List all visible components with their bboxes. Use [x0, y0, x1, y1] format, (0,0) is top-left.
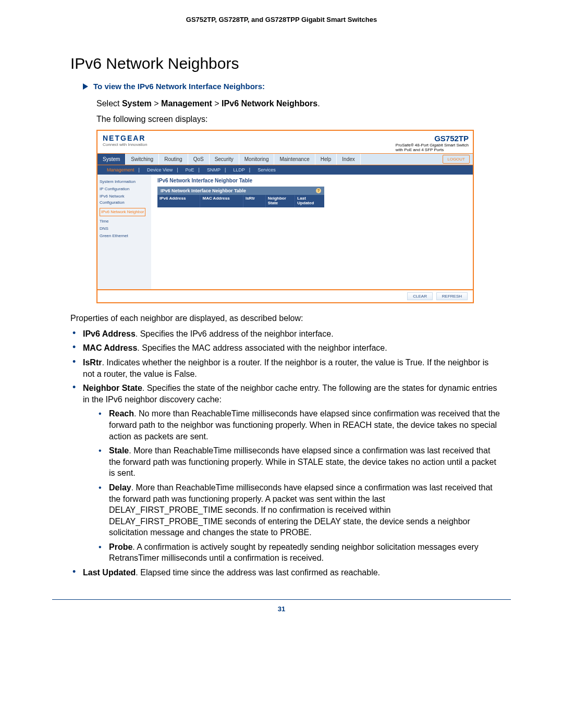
- procedure-title: To view the IPv6 Network Interface Neigh…: [93, 82, 265, 91]
- path-management: Management: [161, 99, 212, 108]
- refresh-button[interactable]: REFRESH: [436, 292, 468, 300]
- th-mac: MAC Address: [200, 195, 243, 207]
- netgear-logo: NETGEAR: [103, 134, 147, 142]
- tab-system[interactable]: System: [97, 154, 126, 165]
- term: Probe: [109, 542, 132, 551]
- th-isrtr: IsRtr: [243, 195, 266, 207]
- arrow-right-icon: [83, 83, 88, 90]
- clear-button[interactable]: CLEAR: [407, 292, 433, 300]
- page-number: 31: [0, 605, 563, 613]
- tab-monitoring[interactable]: Monitoring: [239, 154, 275, 165]
- select-instruction: Select System > Management > IPv6 Networ…: [96, 98, 500, 109]
- tab-help[interactable]: Help: [315, 154, 337, 165]
- desc: . Specifies the state of the neighbor ca…: [83, 384, 497, 404]
- term: Stale: [109, 446, 129, 455]
- desc: . Specifies the MAC address associated w…: [137, 343, 387, 352]
- term: Last Updated: [83, 568, 136, 577]
- sidebar-item-time[interactable]: Time: [100, 218, 149, 225]
- sub-delay: Delay. More than ReachableTime milliseco…: [97, 482, 500, 538]
- term: IPv6 Address: [83, 329, 136, 338]
- following-text: The following screen displays:: [96, 114, 500, 125]
- desc: . More than ReachableTime milliseconds h…: [109, 483, 493, 537]
- page-header: GS752TP, GS728TP, and GS728TPP Gigabit S…: [0, 16, 563, 23]
- help-icon[interactable]: ?: [316, 188, 321, 193]
- sidebar-item-ipv6neighbor[interactable]: IPv6 Network Neighbor: [100, 208, 145, 216]
- properties-intro: Properties of each neighbor are displaye…: [70, 313, 500, 324]
- main-tabs: System Switching Routing QoS Security Mo…: [97, 154, 473, 165]
- model-sub1: ProSafe® 48-Port Gigabit Smart Switch: [396, 143, 469, 147]
- sidebar: System Information IP Configuration IPv6…: [97, 175, 151, 289]
- th-updated: Last Updated: [295, 195, 324, 207]
- bullet-last-updated: Last Updated. Elapsed time since the add…: [70, 567, 500, 578]
- term: Neighbor State: [83, 384, 142, 392]
- logo-subtitle: Connect with Innovation: [103, 142, 147, 147]
- tab-index[interactable]: Index: [337, 154, 360, 165]
- sub-tabs: Management Device View PoE SNMP LLDP Ser…: [97, 165, 473, 175]
- desc: . No more than ReachableTime millisecond…: [109, 409, 500, 440]
- subtab-services[interactable]: Services: [255, 167, 282, 173]
- tab-security[interactable]: Security: [210, 154, 239, 165]
- footer-rule: [52, 599, 511, 600]
- subtab-poe[interactable]: PoE: [183, 167, 202, 173]
- path-ipv6nn: IPv6 Network Neighbors: [222, 99, 317, 108]
- path-system: System: [122, 99, 152, 108]
- sidebar-item-ipv6config[interactable]: IPv6 Network Configuration: [100, 193, 149, 206]
- sub-reach: Reach. No more than ReachableTime millis…: [97, 408, 500, 442]
- desc: . Elapsed time since the address was las…: [136, 568, 380, 577]
- sep: >: [212, 99, 222, 108]
- sidebar-item-green[interactable]: Green Ethernet: [100, 233, 149, 239]
- tab-maintenance[interactable]: Maintenance: [274, 154, 315, 165]
- subtab-snmp[interactable]: SNMP: [205, 167, 228, 173]
- th-ipv6: IPv6 Address: [157, 195, 200, 207]
- tab-switching[interactable]: Switching: [126, 154, 159, 165]
- sidebar-item-ipconfig[interactable]: IP Configuration: [100, 186, 149, 192]
- bullet-neighbor-state: Neighbor State. Specifies the state of t…: [70, 382, 500, 564]
- term: IsRtr: [83, 358, 102, 367]
- sidebar-item-sysinfo[interactable]: System Information: [100, 179, 149, 185]
- sub-stale: Stale. More than ReachableTime milliseco…: [97, 445, 500, 479]
- sep: >: [152, 99, 161, 108]
- model-label: GS752TP: [396, 134, 469, 143]
- subtab-device-view[interactable]: Device View: [145, 167, 180, 173]
- subtab-management[interactable]: Management: [105, 167, 142, 173]
- model-sub2: with PoE and 4 SFP Ports: [396, 147, 469, 152]
- desc: . A confirmation is actively sought by r…: [109, 542, 479, 563]
- table-header-row: IPv6 Address MAC Address IsRtr Neighbor …: [157, 195, 324, 207]
- section-heading: IPv6 Network Neighbors: [70, 55, 500, 72]
- main-title: IPv6 Network Interface Neighbor Table: [157, 178, 467, 183]
- text: Select: [96, 99, 122, 108]
- logout-button[interactable]: LOGOUT: [443, 155, 470, 164]
- term: Delay: [109, 483, 131, 492]
- sidebar-item-dns[interactable]: DNS: [100, 226, 149, 232]
- panel-title: IPv6 Network Interface Neighbor Table: [161, 188, 246, 193]
- sub-probe: Probe. A confirmation is actively sought…: [97, 541, 500, 564]
- tab-qos[interactable]: QoS: [188, 154, 210, 165]
- tab-routing[interactable]: Routing: [159, 154, 188, 165]
- bullet-ipv6-address: IPv6 Address. Specifies the IPv6 address…: [70, 328, 500, 340]
- term: Reach: [109, 409, 134, 418]
- term: MAC Address: [83, 343, 137, 352]
- desc: . Indicates whether the neighbor is a ro…: [83, 358, 488, 378]
- procedure-heading: To view the IPv6 Network Interface Neigh…: [83, 82, 500, 91]
- subtab-lldp[interactable]: LLDP: [231, 167, 252, 173]
- desc: . Specifies the IPv6 address of the neig…: [136, 329, 334, 338]
- desc: . More than ReachableTime milliseconds h…: [109, 446, 496, 477]
- bullet-mac-address: MAC Address. Specifies the MAC address a…: [70, 342, 500, 354]
- th-nstate: Neighbor State: [266, 195, 296, 207]
- screenshot-panel: NETGEAR Connect with Innovation GS752TP …: [96, 130, 474, 303]
- bullet-isrtr: IsRtr. Indicates whether the neighbor is…: [70, 357, 500, 379]
